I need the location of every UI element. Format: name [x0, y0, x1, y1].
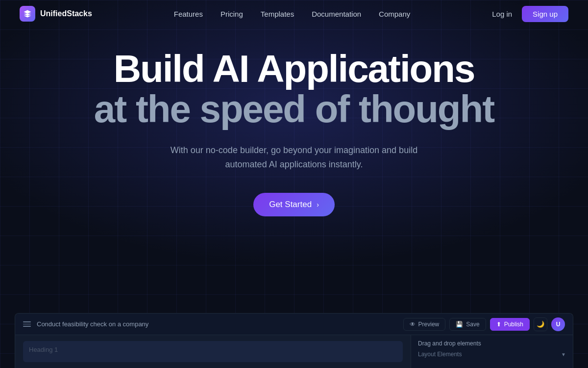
save-btn-label: Save	[466, 321, 479, 328]
theme-toggle-button[interactable]: 🌙	[534, 317, 547, 331]
chevron-right-icon: ›	[317, 201, 319, 209]
nav-link-documentation[interactable]: Documentation	[312, 10, 361, 18]
preview-button[interactable]: 👁 Preview	[403, 318, 446, 331]
layout-elements-label: Layout Elements	[418, 351, 462, 358]
nav-link-features[interactable]: Features	[174, 10, 203, 18]
moon-icon: 🌙	[537, 320, 544, 328]
preview-sidebar: Drag and drop elements Layout Elements ▼	[411, 335, 573, 368]
preview-canvas: Heading 1	[23, 341, 403, 362]
brand-name: UnifiedStacks	[40, 9, 92, 18]
logo-icon	[20, 6, 35, 22]
publish-btn-label: Publish	[504, 321, 523, 328]
nav-links: Features Pricing Templates Documentation…	[174, 10, 411, 18]
heading-placeholder: Heading 1	[29, 346, 58, 353]
nav-actions: Log in Sign up	[492, 6, 568, 22]
logo[interactable]: UnifiedStacks	[20, 6, 92, 22]
nav-link-templates[interactable]: Templates	[261, 10, 294, 18]
preview-toolbar: Conduct feasibility check on a company 👁…	[15, 314, 573, 335]
publish-icon: ⬆	[496, 321, 501, 328]
hero-title-line1: Build AI Applications	[114, 49, 475, 89]
hero-title-line2: at the speed of thought	[94, 89, 494, 130]
nav-link-pricing[interactable]: Pricing	[220, 10, 243, 18]
toolbar-actions: 👁 Preview 💾 Save ⬆ Publish 🌙 U	[403, 317, 565, 331]
hero-subtitle: With our no-code builder, go beyond your…	[157, 143, 431, 172]
save-button[interactable]: 💾 Save	[449, 318, 486, 331]
preview-content: Heading 1 Drag and drop elements Layout …	[15, 335, 573, 368]
signup-button[interactable]: Sign up	[522, 6, 568, 22]
login-button[interactable]: Log in	[492, 10, 512, 18]
preview-btn-label: Preview	[418, 321, 440, 328]
publish-button[interactable]: ⬆ Publish	[490, 318, 530, 331]
get-started-button[interactable]: Get Started ›	[253, 193, 335, 216]
layout-elements-section[interactable]: Layout Elements ▼	[418, 351, 566, 358]
avatar[interactable]: U	[551, 317, 565, 331]
drag-drop-title: Drag and drop elements	[418, 340, 566, 347]
eye-icon: 👁	[410, 321, 416, 328]
preview-main: Heading 1	[15, 335, 411, 368]
menu-icon[interactable]	[23, 321, 31, 327]
save-icon: 💾	[456, 321, 463, 328]
get-started-label: Get Started	[269, 200, 312, 210]
nav-link-company[interactable]: Company	[379, 10, 410, 18]
preview-bar: Conduct feasibility check on a company 👁…	[15, 313, 573, 368]
toolbar-title: Conduct feasibility check on a company	[37, 320, 397, 328]
chevron-down-icon: ▼	[561, 352, 566, 357]
navbar: UnifiedStacks Features Pricing Templates…	[0, 0, 588, 27]
